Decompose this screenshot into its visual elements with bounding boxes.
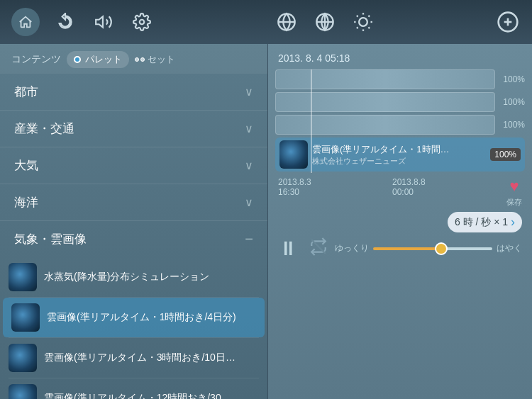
home-button[interactable]	[11, 8, 40, 36]
layer-track-2: 100%	[275, 92, 525, 112]
toolbar	[0, 0, 532, 44]
layer-tracks: 100% 100% 100%	[275, 69, 525, 135]
globe-icon[interactable]	[274, 9, 299, 35]
date-label: 2013. 8. 4 05:18	[275, 52, 525, 64]
section-weather-dash: −	[245, 231, 253, 247]
layer-pct-2: 100%	[499, 97, 525, 107]
list-item[interactable]: 雲画像(準リアルタイム・1時間おき/4日分)	[3, 298, 265, 337]
list-item[interactable]: 水蒸気(降水量)分布シミュレーション	[0, 257, 267, 297]
section-weather: 気象・雲画像 − 水蒸気(降水量)分布シミュレーション 雲画像(準リアルタイム・…	[0, 221, 267, 399]
section-industry: 産業・交通 ∨	[0, 111, 267, 147]
main-layout: コンテンツ パレット セット 都市 ∨	[0, 44, 532, 399]
timeline-end-time: 00:00	[392, 187, 426, 197]
layer-bar-1	[275, 69, 495, 89]
item-text-cloud12: 雲画像(準リアルタイム・12時間おき/30…	[44, 392, 256, 399]
list-item[interactable]: 雲画像(準リアルタイム・12時間おき/30…	[0, 378, 267, 399]
item-text-wv: 水蒸気(降水量)分布シミュレーション	[44, 271, 256, 283]
pause-button[interactable]: ⏸	[278, 237, 298, 260]
svg-line-15	[368, 16, 370, 17]
section-atmosphere-arrow: ∨	[245, 159, 253, 172]
section-ocean: 海洋 ∨	[0, 184, 267, 221]
toolbar-center	[274, 9, 376, 35]
section-atmosphere-header[interactable]: 大気 ∨	[0, 147, 267, 184]
tab-set-dot-2	[140, 57, 145, 62]
svg-marker-0	[96, 16, 103, 27]
section-ocean-header[interactable]: 海洋 ∨	[0, 184, 267, 220]
timeline-end-date: 2013.8.8	[392, 177, 426, 187]
left-panel: コンテンツ パレット セット 都市 ∨	[0, 44, 268, 399]
item-thumb-wv	[9, 263, 37, 291]
layer-pct-1: 100%	[499, 74, 525, 84]
tab-set-dots	[135, 57, 145, 62]
active-track-info: 雲画像(準リアルタイム・1時間… 株式会社ウェザーニューズ	[312, 143, 486, 167]
section-industry-arrow: ∨	[245, 122, 253, 135]
fast-label: はやく	[497, 242, 522, 254]
svg-point-7	[359, 18, 367, 26]
section-ocean-arrow: ∨	[245, 196, 253, 209]
timeline-start-date: 2013.8.3	[278, 177, 311, 187]
controls-row: ⏸ ゆっくり はやく	[275, 237, 525, 260]
playback-controls: ⏸	[278, 237, 328, 260]
toolbar-left	[11, 8, 155, 36]
section-ocean-title: 海洋	[14, 194, 38, 210]
tab-content-label: コンテンツ	[11, 53, 61, 66]
slow-label: ゆっくり	[335, 242, 369, 254]
tab-palette[interactable]: パレット	[67, 51, 129, 68]
item-thumb-cloud3	[9, 344, 37, 372]
network-icon[interactable]	[312, 9, 338, 35]
tab-set-dot-1	[135, 57, 139, 62]
section-city-title: 都市	[14, 84, 38, 100]
timeline-start: 2013.8.3 16:30	[278, 177, 311, 197]
tab-bar: コンテンツ パレット セット	[0, 44, 267, 74]
active-track-subtitle: 株式会社ウェザーニューズ	[312, 156, 486, 167]
layer-pct-3: 100%	[499, 120, 525, 130]
speed-selector[interactable]: 6 時 / 秒 × 1 ›	[448, 212, 522, 232]
loop-button[interactable]	[309, 237, 328, 260]
section-city-arrow: ∨	[245, 85, 253, 99]
add-button[interactable]	[495, 9, 521, 35]
menu-list: 都市 ∨ 産業・交通 ∨ 大気 ∨ 海洋	[0, 74, 267, 399]
tracks-container: 100% 100% 100% 雲画像(準リアルタイム・1時間… 株式会	[275, 69, 525, 173]
volume-button[interactable]	[91, 9, 116, 35]
tab-palette-label: パレット	[85, 53, 122, 66]
tab-set-label: セット	[148, 53, 175, 66]
layer-track-3: 100%	[275, 115, 525, 135]
speed-label: 6 時 / 秒 × 1	[455, 216, 508, 229]
section-industry-header[interactable]: 産業・交通 ∨	[0, 111, 267, 147]
section-atmosphere: 大気 ∨	[0, 147, 267, 184]
active-track[interactable]: 雲画像(準リアルタイム・1時間… 株式会社ウェザーニューズ 100%	[275, 137, 525, 172]
speed-slider-row: ゆっくり はやく	[335, 242, 522, 254]
svg-point-1	[140, 20, 145, 25]
timeline-end: 2013.8.8 00:00	[392, 177, 426, 197]
svg-line-14	[357, 27, 358, 28]
right-panel: 2013. 8. 4 05:18 100% 100% 100%	[268, 44, 532, 399]
timeline-start-time: 16:30	[278, 187, 311, 197]
section-atmosphere-title: 大気	[14, 157, 38, 174]
save-label: 保存	[506, 197, 522, 208]
tab-palette-dot	[74, 56, 81, 63]
section-weather-header[interactable]: 気象・雲画像 −	[0, 221, 267, 257]
refresh-button[interactable]	[52, 9, 78, 35]
save-button[interactable]: ♥ 保存	[506, 177, 522, 208]
timeline-row: 2013.8.3 16:30 2013.8.8 00:00 ♥ 保存	[275, 173, 525, 208]
svg-line-10	[357, 16, 358, 17]
section-city-header[interactable]: 都市 ∨	[0, 74, 267, 110]
section-industry-title: 産業・交通	[14, 120, 74, 137]
active-track-thumb	[279, 140, 308, 169]
tab-set[interactable]: セット	[135, 53, 175, 66]
brightness-icon[interactable]	[350, 9, 376, 35]
layer-bar-3	[275, 115, 495, 135]
section-city: 都市 ∨	[0, 74, 267, 111]
layer-track-1: 100%	[275, 69, 525, 89]
slider-thumb[interactable]	[435, 242, 448, 255]
settings-button[interactable]	[129, 9, 155, 35]
active-track-title: 雲画像(準リアルタイム・1時間…	[312, 143, 486, 156]
active-track-pct: 100%	[490, 148, 521, 161]
list-item[interactable]: 雲画像(準リアルタイム・3時間おき/10日…	[0, 338, 267, 378]
item-text-cloud3: 雲画像(準リアルタイム・3時間おき/10日…	[44, 352, 256, 364]
item-thumb-cloud12	[9, 384, 37, 399]
sub-items: 水蒸気(降水量)分布シミュレーション 雲画像(準リアルタイム・1時間おき/4日分…	[0, 257, 267, 399]
item-thumb-cloud1	[11, 303, 40, 332]
speed-slider[interactable]	[373, 247, 492, 250]
toolbar-right	[495, 9, 521, 35]
